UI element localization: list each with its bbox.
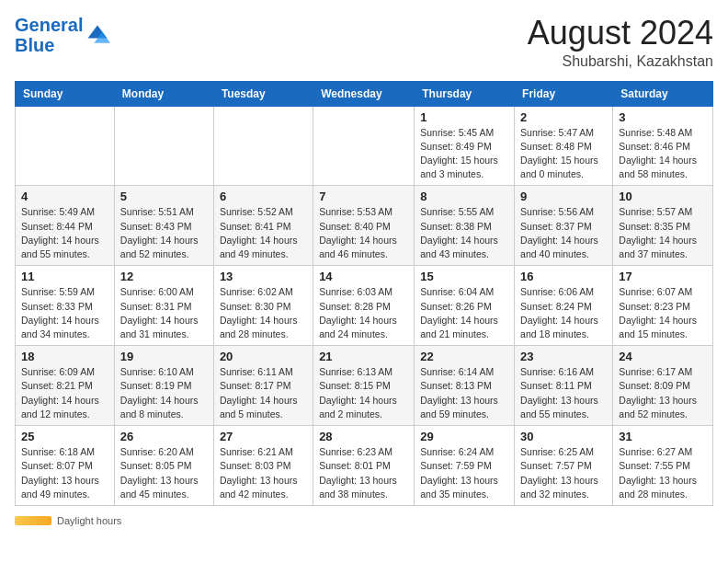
day-info: Sunrise: 5:48 AMSunset: 8:46 PMDaylight:… xyxy=(619,126,707,182)
day-number: 4 xyxy=(21,190,108,203)
calendar-cell: 25Sunrise: 6:18 AMSunset: 8:07 PMDayligh… xyxy=(16,426,115,506)
calendar-cell: 3Sunrise: 5:48 AMSunset: 8:46 PMDaylight… xyxy=(613,106,713,186)
day-number: 26 xyxy=(120,430,208,443)
calendar-cell: 28Sunrise: 6:23 AMSunset: 8:01 PMDayligh… xyxy=(313,426,415,506)
calendar-cell: 20Sunrise: 6:11 AMSunset: 8:17 PMDayligh… xyxy=(213,346,313,426)
day-info: Sunrise: 6:27 AMSunset: 7:55 PMDaylight:… xyxy=(619,445,707,501)
calendar-week-2: 4Sunrise: 5:49 AMSunset: 8:44 PMDaylight… xyxy=(16,186,713,266)
calendar-cell xyxy=(313,106,415,186)
day-number: 12 xyxy=(120,270,208,283)
day-info: Sunrise: 6:03 AMSunset: 8:28 PMDaylight:… xyxy=(319,285,408,341)
calendar-cell: 19Sunrise: 6:10 AMSunset: 8:19 PMDayligh… xyxy=(114,346,213,426)
month-title: August 2024 xyxy=(528,15,713,52)
footer: Daylight hours xyxy=(15,515,713,526)
calendar-week-4: 18Sunrise: 6:09 AMSunset: 8:21 PMDayligh… xyxy=(16,346,713,426)
day-info: Sunrise: 5:45 AMSunset: 8:49 PMDaylight:… xyxy=(420,126,508,182)
calendar-cell: 5Sunrise: 5:51 AMSunset: 8:43 PMDaylight… xyxy=(114,186,213,266)
title-block: August 2024 Shubarshi, Kazakhstan xyxy=(528,15,713,70)
calendar-cell: 7Sunrise: 5:53 AMSunset: 8:40 PMDaylight… xyxy=(313,186,415,266)
calendar-cell xyxy=(114,106,213,186)
day-info: Sunrise: 6:24 AMSunset: 7:59 PMDaylight:… xyxy=(420,445,508,501)
day-info: Sunrise: 5:59 AMSunset: 8:33 PMDaylight:… xyxy=(21,285,108,341)
calendar-cell: 17Sunrise: 6:07 AMSunset: 8:23 PMDayligh… xyxy=(613,266,713,346)
day-info: Sunrise: 5:53 AMSunset: 8:40 PMDaylight:… xyxy=(319,205,408,261)
daylight-bar-icon xyxy=(15,516,51,525)
column-header-friday: Friday xyxy=(515,81,613,106)
calendar-cell: 26Sunrise: 6:20 AMSunset: 8:05 PMDayligh… xyxy=(114,426,213,506)
day-info: Sunrise: 6:20 AMSunset: 8:05 PMDaylight:… xyxy=(120,445,208,501)
day-number: 31 xyxy=(619,430,707,443)
day-info: Sunrise: 6:04 AMSunset: 8:26 PMDaylight:… xyxy=(420,285,508,341)
day-number: 29 xyxy=(420,430,508,443)
column-header-thursday: Thursday xyxy=(415,81,515,106)
day-number: 14 xyxy=(319,270,408,283)
calendar-cell: 4Sunrise: 5:49 AMSunset: 8:44 PMDaylight… xyxy=(16,186,115,266)
day-number: 2 xyxy=(520,110,607,124)
day-info: Sunrise: 5:55 AMSunset: 8:38 PMDaylight:… xyxy=(420,205,508,261)
day-info: Sunrise: 5:47 AMSunset: 8:48 PMDaylight:… xyxy=(520,126,607,182)
day-number: 21 xyxy=(319,350,408,363)
calendar-cell: 30Sunrise: 6:25 AMSunset: 7:57 PMDayligh… xyxy=(515,426,613,506)
calendar-cell: 22Sunrise: 6:14 AMSunset: 8:13 PMDayligh… xyxy=(415,346,515,426)
day-number: 9 xyxy=(520,190,607,203)
calendar-cell: 18Sunrise: 6:09 AMSunset: 8:21 PMDayligh… xyxy=(16,346,115,426)
logo-icon xyxy=(85,22,110,48)
daylight-label: Daylight hours xyxy=(57,515,121,526)
day-number: 7 xyxy=(319,190,408,203)
day-info: Sunrise: 6:06 AMSunset: 8:24 PMDaylight:… xyxy=(520,285,607,341)
logo-text: GeneralBlue xyxy=(15,15,83,55)
calendar-cell: 24Sunrise: 6:17 AMSunset: 8:09 PMDayligh… xyxy=(613,346,713,426)
day-info: Sunrise: 5:51 AMSunset: 8:43 PMDaylight:… xyxy=(120,205,208,261)
day-info: Sunrise: 6:10 AMSunset: 8:19 PMDaylight:… xyxy=(120,365,208,421)
page-header: GeneralBlue August 2024 Shubarshi, Kazak… xyxy=(15,15,713,70)
day-info: Sunrise: 6:00 AMSunset: 8:31 PMDaylight:… xyxy=(120,285,208,341)
calendar-header-row: SundayMondayTuesdayWednesdayThursdayFrid… xyxy=(16,81,713,106)
day-number: 30 xyxy=(520,430,607,443)
day-info: Sunrise: 6:25 AMSunset: 7:57 PMDaylight:… xyxy=(520,445,607,501)
day-number: 10 xyxy=(619,190,707,203)
calendar-week-3: 11Sunrise: 5:59 AMSunset: 8:33 PMDayligh… xyxy=(16,266,713,346)
day-number: 19 xyxy=(120,350,208,363)
day-info: Sunrise: 6:14 AMSunset: 8:13 PMDaylight:… xyxy=(420,365,508,421)
calendar-cell: 11Sunrise: 5:59 AMSunset: 8:33 PMDayligh… xyxy=(16,266,115,346)
day-number: 20 xyxy=(220,350,307,363)
day-info: Sunrise: 5:57 AMSunset: 8:35 PMDaylight:… xyxy=(619,205,707,261)
day-number: 11 xyxy=(21,270,108,283)
day-number: 18 xyxy=(21,350,108,363)
column-header-saturday: Saturday xyxy=(613,81,713,106)
day-number: 8 xyxy=(420,190,508,203)
calendar-cell: 13Sunrise: 6:02 AMSunset: 8:30 PMDayligh… xyxy=(213,266,313,346)
day-number: 24 xyxy=(619,350,707,363)
calendar-cell: 6Sunrise: 5:52 AMSunset: 8:41 PMDaylight… xyxy=(213,186,313,266)
calendar-body: 1Sunrise: 5:45 AMSunset: 8:49 PMDaylight… xyxy=(16,106,713,505)
calendar-cell: 2Sunrise: 5:47 AMSunset: 8:48 PMDaylight… xyxy=(515,106,613,186)
day-info: Sunrise: 6:17 AMSunset: 8:09 PMDaylight:… xyxy=(619,365,707,421)
calendar-cell: 10Sunrise: 5:57 AMSunset: 8:35 PMDayligh… xyxy=(613,186,713,266)
day-number: 17 xyxy=(619,270,707,283)
day-info: Sunrise: 5:52 AMSunset: 8:41 PMDaylight:… xyxy=(220,205,307,261)
calendar-cell: 12Sunrise: 6:00 AMSunset: 8:31 PMDayligh… xyxy=(114,266,213,346)
column-header-tuesday: Tuesday xyxy=(213,81,313,106)
day-number: 15 xyxy=(420,270,508,283)
day-number: 1 xyxy=(420,110,508,124)
day-number: 22 xyxy=(420,350,508,363)
calendar-cell: 29Sunrise: 6:24 AMSunset: 7:59 PMDayligh… xyxy=(415,426,515,506)
calendar-cell: 16Sunrise: 6:06 AMSunset: 8:24 PMDayligh… xyxy=(515,266,613,346)
calendar-cell xyxy=(16,106,115,186)
day-info: Sunrise: 6:13 AMSunset: 8:15 PMDaylight:… xyxy=(319,365,408,421)
day-number: 5 xyxy=(120,190,208,203)
calendar-cell xyxy=(213,106,313,186)
calendar-cell: 23Sunrise: 6:16 AMSunset: 8:11 PMDayligh… xyxy=(515,346,613,426)
calendar-cell: 15Sunrise: 6:04 AMSunset: 8:26 PMDayligh… xyxy=(415,266,515,346)
calendar-cell: 8Sunrise: 5:55 AMSunset: 8:38 PMDaylight… xyxy=(415,186,515,266)
calendar-cell: 31Sunrise: 6:27 AMSunset: 7:55 PMDayligh… xyxy=(613,426,713,506)
calendar-cell: 27Sunrise: 6:21 AMSunset: 8:03 PMDayligh… xyxy=(213,426,313,506)
day-info: Sunrise: 6:07 AMSunset: 8:23 PMDaylight:… xyxy=(619,285,707,341)
calendar-week-1: 1Sunrise: 5:45 AMSunset: 8:49 PMDaylight… xyxy=(16,106,713,186)
column-header-wednesday: Wednesday xyxy=(313,81,415,106)
column-header-monday: Monday xyxy=(114,81,213,106)
day-info: Sunrise: 6:16 AMSunset: 8:11 PMDaylight:… xyxy=(520,365,607,421)
location-title: Shubarshi, Kazakhstan xyxy=(528,53,713,70)
day-number: 25 xyxy=(21,430,108,443)
day-number: 6 xyxy=(220,190,307,203)
